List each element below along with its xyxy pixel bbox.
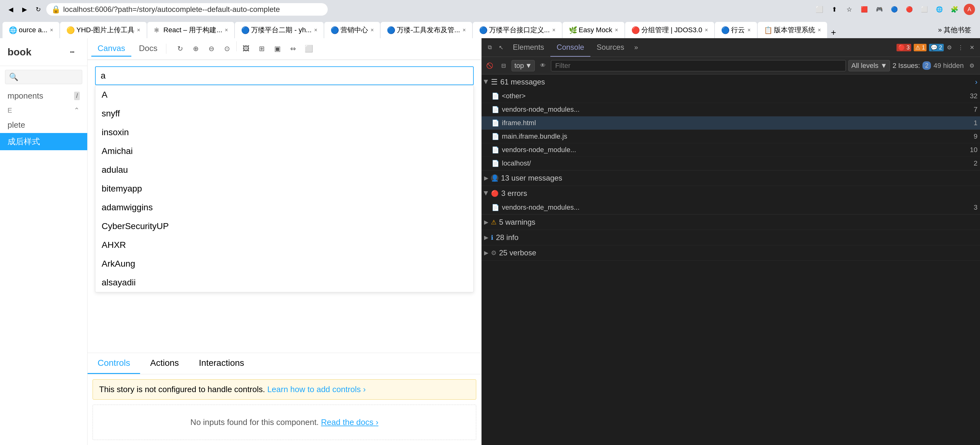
browser-tab-1[interactable]: 🌐 ource a... ×: [3, 22, 59, 38]
dropdown-item-5[interactable]: bitemyapp: [95, 179, 473, 198]
profile-icon[interactable]: A: [964, 4, 975, 15]
extension-icon-4[interactable]: 🔴: [904, 4, 915, 15]
dt-clear-btn[interactable]: 🚫: [484, 60, 495, 71]
dropdown-item-4[interactable]: adulau: [95, 161, 473, 179]
expand-arrow-warnings[interactable]: ▶: [484, 219, 488, 226]
expand-arrow-verbose[interactable]: ▶: [484, 249, 488, 256]
read-docs-link[interactable]: Read the docs ›: [321, 418, 379, 427]
tab-interactions[interactable]: Interactions: [189, 353, 254, 374]
toolbar-measure-icon[interactable]: ⇔: [285, 41, 301, 56]
console-item-localhost[interactable]: 📄 localhost/ 2: [482, 157, 980, 170]
tab-close-5[interactable]: ×: [371, 27, 374, 33]
tab-close-1[interactable]: ×: [50, 27, 54, 33]
dropdown-item-2[interactable]: insoxin: [95, 123, 473, 142]
expand-right-icon[interactable]: ›: [975, 78, 977, 86]
toolbar-zoom-in-icon[interactable]: ⊕: [188, 41, 203, 56]
console-item-vendors-error[interactable]: 📄 vendors-node_modules... 3: [482, 201, 980, 214]
browser-tab-other[interactable]: » 其他书签: [932, 22, 977, 38]
browser-tab-6[interactable]: 🔵 万缕-工具发布及管... ×: [380, 22, 472, 38]
dropdown-item-1[interactable]: snyff: [95, 104, 473, 123]
dt-levels-selector[interactable]: All levels ▼: [848, 60, 890, 71]
dt-filter-btn[interactable]: ⊟: [498, 60, 509, 71]
sidebar-item-components[interactable]: mponents /: [0, 88, 87, 104]
tab-canvas[interactable]: Canvas: [91, 41, 131, 57]
dt-console-settings-btn[interactable]: ⚙: [966, 60, 977, 71]
bookmark-icon[interactable]: ☆: [844, 4, 855, 15]
toolbar-viewport-icon[interactable]: ⬜: [301, 41, 316, 56]
browser-tab-8[interactable]: 🌿 Easy Mock ×: [563, 22, 624, 38]
toolbar-grid-icon[interactable]: ⊞: [254, 41, 269, 56]
console-item-other[interactable]: 📄 <other> 32: [482, 89, 980, 103]
browser-tab-11[interactable]: 📋 版本管理系统 ×: [758, 22, 827, 38]
browser-tab-7[interactable]: 🔵 万缕平台接口定义... ×: [473, 22, 562, 38]
section-collapse-icon[interactable]: ⌃: [74, 107, 80, 115]
dropdown-item-7[interactable]: CyberSecurityUP: [95, 217, 473, 236]
console-group-header-info[interactable]: ▶ ℹ 28 info: [482, 230, 980, 245]
sidebar-item-default-style[interactable]: 成后样式: [0, 133, 87, 150]
dt-eye-btn[interactable]: 👁: [537, 60, 549, 71]
dropdown-item-10[interactable]: alsayadii: [95, 273, 473, 292]
learn-controls-link[interactable]: Learn how to add controls ›: [267, 384, 366, 394]
tab-close-11[interactable]: ×: [818, 27, 821, 33]
console-group-header-61[interactable]: ▶ ☰ 61 messages ›: [482, 75, 980, 89]
sidebar-search-input[interactable]: 🔍: [5, 70, 82, 84]
dt-tab-elements[interactable]: Elements: [507, 38, 550, 57]
nav-refresh-icon[interactable]: ↻: [32, 4, 44, 15]
screenshot-icon[interactable]: ⬜: [814, 4, 825, 15]
console-group-header-verbose[interactable]: ▶ ⚙ 25 verbose: [482, 246, 980, 260]
toolbar-zoom-reset-icon[interactable]: ⊙: [220, 41, 234, 56]
expand-arrow-info[interactable]: ▶: [484, 234, 488, 241]
browser-tab-10[interactable]: 🔵 行云 ×: [715, 22, 757, 38]
tab-close-6[interactable]: ×: [463, 27, 466, 33]
devtools-settings-btn[interactable]: ⚙: [944, 42, 955, 53]
extension-icon-5[interactable]: ⬜: [919, 4, 930, 15]
extension-icon-2[interactable]: 🎮: [874, 4, 885, 15]
tab-docs[interactable]: Docs: [133, 41, 164, 57]
tab-close-9[interactable]: ×: [705, 27, 708, 33]
browser-tab-4[interactable]: 🔵 万缕平台二期 - yh... ×: [235, 22, 324, 38]
console-item-iframe[interactable]: 📄 iframe.html 1: [482, 116, 980, 130]
expand-arrow-user[interactable]: ▶: [484, 175, 488, 182]
extension-icon-3[interactable]: 🔵: [889, 4, 900, 15]
autocomplete-input[interactable]: [95, 66, 474, 85]
toolbar-zoom-out-icon[interactable]: ⊖: [204, 41, 219, 56]
sidebar-menu-button[interactable]: •••: [65, 45, 80, 59]
expand-arrow-61[interactable]: ▶: [483, 80, 490, 84]
tab-close-10[interactable]: ×: [747, 27, 751, 33]
dt-tab-console[interactable]: Console: [550, 38, 590, 57]
expand-arrow-errors[interactable]: ▶: [483, 191, 490, 196]
console-group-header-warnings[interactable]: ▶ ⚠ 5 warnings: [482, 215, 980, 230]
toolbar-image-icon[interactable]: 🖼: [239, 41, 254, 56]
nav-forward-icon[interactable]: ▶: [19, 4, 30, 15]
share-icon[interactable]: ⬆: [829, 4, 840, 15]
browser-tab-5[interactable]: 🔵 营销中心 ×: [324, 22, 380, 38]
console-item-vendors-1[interactable]: 📄 vendors-node_modules... 7: [482, 103, 980, 116]
tab-close-2[interactable]: ×: [137, 27, 140, 33]
dt-tab-sources[interactable]: Sources: [590, 38, 630, 57]
extension-icon-1[interactable]: 🟥: [859, 4, 870, 15]
dt-tabs-more[interactable]: »: [630, 43, 642, 52]
dropdown-item-8[interactable]: AHXR: [95, 236, 473, 254]
console-item-main-bundle[interactable]: 📄 main.iframe.bundle.js 9: [482, 130, 980, 144]
extension-icon-6[interactable]: 🌐: [934, 4, 945, 15]
sidebar-item-autocomplete[interactable]: plete: [0, 117, 87, 133]
toolbar-border-icon[interactable]: ▣: [270, 41, 285, 56]
dropdown-item-3[interactable]: Amichai: [95, 142, 473, 161]
dt-filter-input[interactable]: [551, 60, 846, 71]
extensions-btn[interactable]: 🧩: [949, 4, 960, 15]
tab-actions[interactable]: Actions: [140, 353, 189, 374]
dt-context-selector[interactable]: top ▼: [512, 60, 535, 71]
devtools-close-btn[interactable]: ✕: [966, 42, 977, 53]
tab-close-3[interactable]: ×: [225, 27, 228, 33]
tab-close-4[interactable]: ×: [314, 27, 317, 33]
browser-tab-3[interactable]: ⚛ React – 用于构建... ×: [147, 22, 234, 38]
console-group-header-user[interactable]: ▶ 👤 13 user messages: [482, 171, 980, 185]
devtools-more-btn[interactable]: ⋮: [955, 42, 966, 53]
dropdown-item-9[interactable]: ArkAung: [95, 254, 473, 273]
browser-tab-2[interactable]: 🟡 YHD-图片上传工具 ×: [60, 22, 146, 38]
console-group-header-errors[interactable]: ▶ 🔴 3 errors: [482, 186, 980, 201]
dropdown-item-6[interactable]: adamwiggins: [95, 198, 473, 217]
address-url[interactable]: 🔒 localhost:6006/?path=/story/autocomple…: [46, 3, 328, 16]
tab-controls[interactable]: Controls: [88, 353, 140, 374]
tab-close-7[interactable]: ×: [552, 27, 556, 33]
